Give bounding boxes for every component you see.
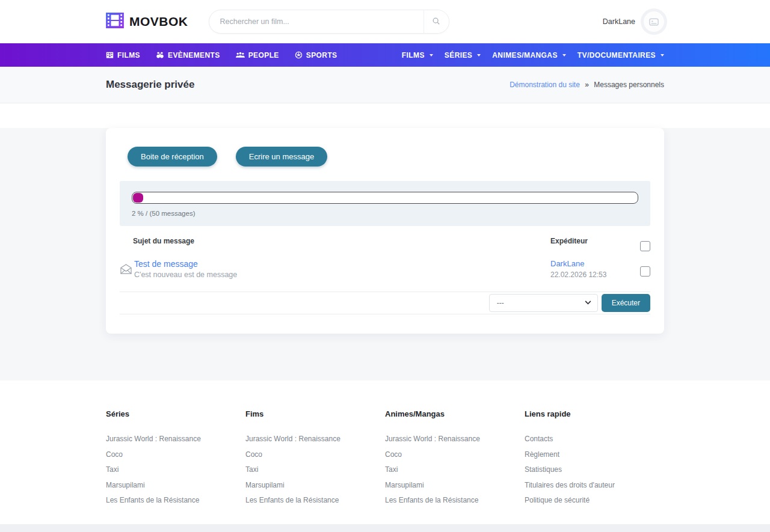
envelope-open-icon xyxy=(120,263,132,275)
footer-column-quick-links: Liens rapide Contacts Règlement Statisti… xyxy=(525,409,664,512)
avatar[interactable] xyxy=(644,11,664,32)
search-input[interactable] xyxy=(209,10,424,33)
message-row: Test de message C'est nouveau est de mes… xyxy=(120,259,650,279)
message-subject-link[interactable]: Test de message xyxy=(134,259,237,269)
page-title: Messagerie privée xyxy=(106,79,194,91)
top-header: MOVBOK DarkLane xyxy=(0,0,770,43)
chevron-down-icon xyxy=(477,54,481,57)
footer-link[interactable]: Statistiques xyxy=(525,465,664,474)
nav-label: SPORTS xyxy=(306,51,337,60)
message-list-header: Sujet du message Expéditeur xyxy=(120,237,650,251)
message-preview: C'est nouveau est de message xyxy=(134,271,237,279)
message-sender-link[interactable]: DarkLane xyxy=(550,259,629,268)
logo-film-icon xyxy=(106,13,124,31)
main-nav: FILMS EVÈNEMENTS xyxy=(0,43,770,67)
footer-link[interactable]: Marsupilami xyxy=(385,481,525,489)
footer-link[interactable]: Règlement xyxy=(525,450,664,459)
footer-link[interactable]: Coco xyxy=(245,450,385,459)
action-select[interactable]: --- xyxy=(489,294,598,312)
chevron-down-icon xyxy=(661,54,664,57)
nav-dropdown-films[interactable]: FILMS xyxy=(402,51,433,60)
footer-column-films: Fims Jurassic World : Renaissance Coco T… xyxy=(245,409,385,512)
nav-dropdown-tv-documentaires[interactable]: TV/DOCUMENTAIRES xyxy=(578,51,664,60)
main-content: Boite de réception Ecrire un message 2 %… xyxy=(0,128,770,381)
quota-text: 2 % / (50 messages) xyxy=(132,210,638,217)
nav-item-films[interactable]: FILMS xyxy=(106,51,140,60)
message-checkbox[interactable] xyxy=(640,266,650,277)
footer-link[interactable]: Taxi xyxy=(245,465,385,474)
people-icon xyxy=(236,51,245,59)
footer-column-series: Séries Jurassic World : Renaissance Coco… xyxy=(106,409,245,512)
nav-item-sports[interactable]: SPORTS xyxy=(295,51,337,60)
breadcrumb-home-link[interactable]: Démonstration du site xyxy=(510,81,580,89)
footer-link[interactable]: Jurassic World : Renaissance xyxy=(245,435,385,443)
footer-link[interactable]: Coco xyxy=(385,450,525,459)
nav-label: PEOPLE xyxy=(248,51,279,60)
footer-link[interactable]: Marsupilami xyxy=(106,481,245,489)
nav-dropdown-series[interactable]: SÉRIES xyxy=(445,51,481,60)
footer-link[interactable]: Les Enfants de la Résistance xyxy=(385,496,525,504)
execute-button[interactable]: Exécuter xyxy=(602,294,650,312)
chevron-down-icon xyxy=(430,54,433,57)
film-icon xyxy=(106,51,114,59)
nav-label: FILMS xyxy=(117,51,140,60)
message-date: 22.02.2026 12:53 xyxy=(550,271,629,279)
breadcrumb-current: Messages personnels xyxy=(594,81,664,89)
footer-column-animes: Animes/Mangas Jurassic World : Renaissan… xyxy=(385,409,525,512)
footer-column-title: Séries xyxy=(106,409,245,418)
nav-label: EVÈNEMENTS xyxy=(168,51,220,60)
footer-link[interactable]: Les Enfants de la Résistance xyxy=(245,496,385,504)
footer: Séries Jurassic World : Renaissance Coco… xyxy=(0,381,770,524)
footer-link[interactable]: Jurassic World : Renaissance xyxy=(385,435,525,443)
futbol-icon xyxy=(295,51,303,59)
nav-dropdown-animes-mangas[interactable]: ANIMES/MANGAS xyxy=(492,51,566,60)
footer-link[interactable]: Taxi xyxy=(106,465,245,474)
quota-progress-fill xyxy=(133,193,143,203)
nav-label: TV/DOCUMENTAIRES xyxy=(578,51,656,60)
messaging-card: Boite de réception Ecrire un message 2 %… xyxy=(106,128,664,334)
username-link[interactable]: DarkLane xyxy=(603,17,635,26)
footer-link[interactable]: Coco xyxy=(106,450,245,459)
footer-column-title: Animes/Mangas xyxy=(385,409,525,418)
logo-text: MOVBOK xyxy=(129,14,188,29)
chevron-down-icon xyxy=(562,54,566,57)
footer-link[interactable]: Marsupilami xyxy=(245,481,385,489)
nav-item-people[interactable]: PEOPLE xyxy=(236,51,279,60)
breadcrumb-separator: » xyxy=(585,81,589,89)
binoculars-icon xyxy=(156,51,164,59)
sender-column-header: Expéditeur xyxy=(550,237,629,245)
nav-item-evenements[interactable]: EVÈNEMENTS xyxy=(156,51,220,60)
footer-link[interactable]: Contacts xyxy=(525,435,664,443)
action-row: --- Exécuter xyxy=(120,292,650,314)
nav-label: FILMS xyxy=(402,51,425,60)
search-icon xyxy=(432,17,440,27)
quota-progress-bar xyxy=(132,192,638,204)
footer-link[interactable]: Politique de sécurité xyxy=(525,496,664,504)
logo[interactable]: MOVBOK xyxy=(106,13,188,31)
copyright-bar: Copyright © Movbok 2026 | Design by askb… xyxy=(0,524,770,532)
footer-link[interactable]: Jurassic World : Renaissance xyxy=(106,435,245,443)
footer-link[interactable]: Les Enfants de la Résistance xyxy=(106,496,245,504)
footer-column-title: Fims xyxy=(245,409,385,418)
compose-message-button[interactable]: Ecrire un message xyxy=(236,147,327,167)
subject-column-header: Sujet du message xyxy=(120,237,550,245)
nav-label: SÉRIES xyxy=(445,51,472,60)
footer-link[interactable]: Titulaires des droits d'auteur xyxy=(525,481,664,489)
page-head: Messagerie privée Démonstration du site … xyxy=(0,67,770,103)
inbox-button[interactable]: Boite de réception xyxy=(128,147,217,167)
user-box: DarkLane xyxy=(603,11,664,32)
avatar-placeholder-icon xyxy=(649,18,659,26)
select-all-checkbox[interactable] xyxy=(640,241,650,251)
action-select-wrap: --- xyxy=(489,294,598,312)
search-button[interactable] xyxy=(424,10,449,33)
breadcrumb: Démonstration du site » Messages personn… xyxy=(510,81,664,89)
nav-label: ANIMES/MANGAS xyxy=(492,51,558,60)
footer-link[interactable]: Taxi xyxy=(385,465,525,474)
search-box xyxy=(209,10,449,34)
footer-column-title: Liens rapide xyxy=(525,409,664,418)
quota-panel: 2 % / (50 messages) xyxy=(120,181,650,226)
